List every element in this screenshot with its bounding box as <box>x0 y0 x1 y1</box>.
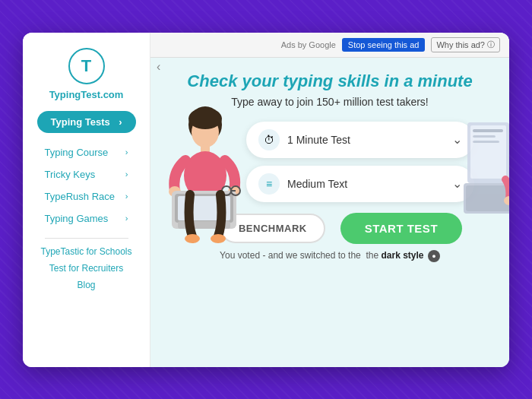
site-name: TypingTest.com <box>49 89 124 100</box>
why-ad-text: Why this ad? <box>436 40 485 49</box>
logo-icon: T <box>68 48 105 84</box>
ad-bar: Ads by Google Stop seeing this ad Why th… <box>150 33 509 58</box>
stop-ad-button[interactable]: Stop seeing this ad <box>342 38 426 52</box>
svg-rect-22 <box>466 185 509 211</box>
clock-icon: ⏱ <box>258 129 280 150</box>
link-recruiters[interactable]: Test for Recruiters <box>49 263 123 274</box>
tricky-keys-label: Tricky Keys <box>45 169 96 180</box>
svg-point-15 <box>211 234 226 243</box>
link-blog[interactable]: Blog <box>77 280 95 290</box>
chevron-right-icon: › <box>125 214 128 223</box>
laptop-illustration <box>464 119 509 217</box>
text-difficulty-dropdown[interactable]: ≡ Medium Text ⌄ <box>246 166 474 202</box>
hero-section: Check your typing skills in a minute Typ… <box>150 58 509 367</box>
sidebar-item-typing-course[interactable]: Typing Course › <box>37 142 136 163</box>
sidebar-divider <box>45 238 128 239</box>
svg-point-14 <box>185 234 200 243</box>
document-icon: ≡ <box>258 173 280 195</box>
svg-rect-17 <box>470 125 506 179</box>
sidebar-item-tricky-keys[interactable]: Tricky Keys › <box>37 164 136 185</box>
controls-area: ⏱ 1 Minute Test ⌄ ≡ Medium Text ⌄ <box>246 122 474 202</box>
chevron-right-icon: › <box>119 116 122 128</box>
main-content: Ads by Google Stop seeing this ad Why th… <box>150 33 509 367</box>
dark-style-label: dark style <box>381 250 423 261</box>
duration-dropdown[interactable]: ⏱ 1 Minute Test ⌄ <box>246 122 474 158</box>
chevron-down-icon: ⌄ <box>452 132 462 147</box>
sidebar-item-typing-games[interactable]: Typing Games › <box>37 208 136 229</box>
link-typetastic[interactable]: TypeTastic for Schools <box>40 246 131 257</box>
info-icon: ⓘ <box>487 40 495 50</box>
why-ad-button[interactable]: Why this ad? ⓘ <box>431 37 500 52</box>
typing-tests-label: Typing Tests <box>51 116 110 128</box>
svg-rect-20 <box>473 141 499 143</box>
person-illustration <box>158 103 257 255</box>
hero-subtitle: Type away to join 150+ million test take… <box>231 96 429 108</box>
svg-rect-19 <box>473 135 496 138</box>
start-test-button[interactable]: START TEST <box>340 213 462 244</box>
sidebar-item-typerush-race[interactable]: TypeRush Race › <box>37 186 136 207</box>
logo-symbol: T <box>81 56 91 76</box>
chevron-right-icon: › <box>125 192 128 201</box>
sidebar: T TypingTest.com Typing Tests › Typing C… <box>23 33 150 367</box>
chevron-right-icon: › <box>125 169 128 179</box>
typing-games-label: Typing Games <box>45 213 109 224</box>
text-difficulty-label: Medium Text <box>287 178 445 190</box>
typerush-race-label: TypeRush Race <box>45 191 116 202</box>
chevron-right-icon: › <box>125 147 128 157</box>
typing-course-label: Typing Course <box>45 147 109 158</box>
duration-label: 1 Minute Test <box>287 134 445 146</box>
chevron-down-icon: ⌄ <box>452 176 462 191</box>
svg-point-2 <box>188 108 222 129</box>
app-window: T TypingTest.com Typing Tests › Typing C… <box>23 33 509 367</box>
dark-mode-icon: ● <box>428 250 440 262</box>
svg-rect-18 <box>473 129 503 132</box>
ads-label: Ads by Google <box>281 40 336 49</box>
hero-title: Check your typing skills in a minute <box>187 71 472 91</box>
sidebar-item-typing-tests[interactable]: Typing Tests › <box>37 111 136 133</box>
